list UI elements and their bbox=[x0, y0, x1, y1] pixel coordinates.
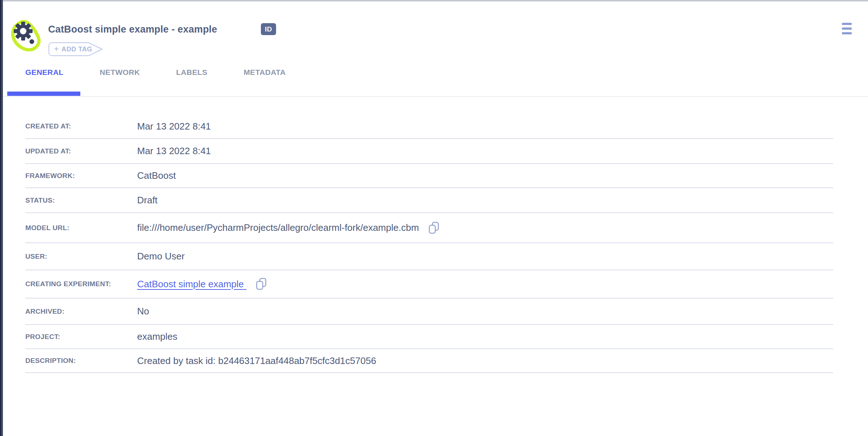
detail-label: MODEL URL: bbox=[25, 224, 137, 232]
plus-icon: + bbox=[54, 44, 59, 54]
id-badge-button[interactable]: ID bbox=[261, 23, 276, 35]
detail-row: CREATED AT: Mar 13 2022 8:41 bbox=[25, 114, 833, 139]
detail-label: FRAMEWORK: bbox=[25, 172, 137, 180]
tab-network[interactable]: NETWORK bbox=[81, 66, 158, 79]
top-border-strip bbox=[0, 0, 868, 1]
detail-label: USER: bbox=[25, 253, 137, 261]
detail-value: Draft bbox=[137, 195, 157, 206]
add-tag-label: ADD TAG bbox=[62, 46, 92, 53]
detail-row: MODEL URL: file:///home/user/PycharmProj… bbox=[25, 213, 833, 243]
model-gear-icon bbox=[10, 19, 42, 53]
detail-row: DESCRIPTION: Created by task id: b244631… bbox=[25, 349, 833, 373]
detail-value-link[interactable]: CatBoost simple example bbox=[137, 279, 246, 290]
detail-value: file:///home/user/PycharmProjects/allegr… bbox=[137, 222, 419, 233]
tab-general[interactable]: GENERAL bbox=[7, 66, 81, 79]
detail-value: No bbox=[137, 306, 149, 317]
detail-value: CatBoost bbox=[137, 170, 176, 181]
tab-labels[interactable]: LABELS bbox=[158, 66, 225, 79]
detail-label: STATUS: bbox=[25, 196, 137, 204]
tabs-divider bbox=[3, 96, 868, 97]
detail-value: examples bbox=[137, 331, 177, 342]
detail-row: FRAMEWORK: CatBoost bbox=[25, 164, 833, 188]
detail-label: PROJECT: bbox=[25, 333, 137, 341]
detail-value: Demo User bbox=[137, 251, 185, 262]
general-details-list: CREATED AT: Mar 13 2022 8:41 UPDATED AT:… bbox=[25, 98, 833, 373]
detail-row: STATUS: Draft bbox=[25, 188, 833, 213]
detail-label: ARCHIVED: bbox=[25, 308, 137, 316]
copy-icon[interactable] bbox=[428, 222, 439, 234]
detail-row: USER: Demo User bbox=[25, 243, 833, 270]
page-title: CatBoost simple example - example bbox=[48, 24, 217, 35]
detail-label: UPDATED AT: bbox=[25, 147, 137, 155]
hamburger-menu-icon[interactable] bbox=[842, 23, 852, 36]
detail-row: CREATING EXPERIMENT: CatBoost simple exa… bbox=[25, 270, 833, 299]
tab-metadata[interactable]: METADATA bbox=[225, 66, 304, 79]
detail-row: ARCHIVED: No bbox=[25, 299, 833, 325]
left-border-strip bbox=[0, 0, 3, 436]
copy-icon[interactable] bbox=[256, 278, 267, 290]
detail-value: Mar 13 2022 8:41 bbox=[137, 145, 211, 157]
model-details-page: CatBoost simple example - example ID + A… bbox=[0, 0, 868, 436]
detail-row: UPDATED AT: Mar 13 2022 8:41 bbox=[25, 139, 833, 164]
detail-value: Created by task id: b24463171aaf448ab7f5… bbox=[137, 355, 376, 367]
tab-bar: GENERALNETWORKLABELSMETADATA bbox=[7, 66, 304, 79]
detail-value: Mar 13 2022 8:41 bbox=[137, 121, 211, 132]
add-tag-button[interactable]: + ADD TAG bbox=[48, 42, 103, 56]
detail-label: CREATED AT: bbox=[25, 122, 137, 130]
detail-label: CREATING EXPERIMENT: bbox=[25, 280, 137, 288]
active-tab-underline bbox=[7, 92, 80, 96]
detail-label: DESCRIPTION: bbox=[25, 357, 137, 365]
detail-row: PROJECT: examples bbox=[25, 325, 833, 349]
